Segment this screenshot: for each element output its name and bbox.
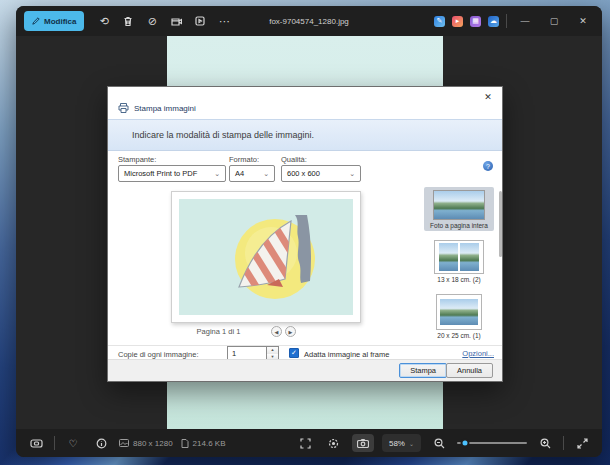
fit-image-label: Adatta immagine al frame: [304, 350, 389, 359]
file-size: 214.6 KB: [181, 439, 226, 448]
layout-thumbnail: [433, 190, 485, 220]
clipchamp-app-icon[interactable]: ▸: [452, 16, 463, 27]
printer-label: Stampante:: [118, 155, 156, 164]
dialog-close-icon[interactable]: ✕: [480, 90, 496, 104]
print-button[interactable]: Stampa: [399, 363, 447, 378]
maximize-button[interactable]: ▢: [543, 11, 565, 31]
page-status: Pagina 1 di 1: [171, 327, 266, 336]
statusbar-separator: [54, 436, 55, 450]
more-options-icon[interactable]: ⋯: [212, 11, 236, 31]
chevron-down-icon: ⌄: [214, 170, 220, 178]
gallery-app-icon[interactable]: ▦: [470, 16, 481, 27]
dimensions-value: 880 x 1280: [133, 439, 173, 448]
next-page-icon[interactable]: ▶: [285, 326, 296, 337]
titlebar-separator: [506, 14, 507, 28]
rotate-icon[interactable]: ⟲: [92, 11, 116, 31]
layout-label: Foto a pagina intera: [430, 222, 488, 229]
dialog-banner: Indicare la modalità di stampa delle imm…: [108, 119, 502, 151]
layout-option-20x25[interactable]: 20 x 25 cm. (1): [424, 291, 494, 341]
zoom-in-icon[interactable]: [535, 434, 555, 452]
quality-label: Qualità:: [281, 155, 307, 164]
chevron-down-icon: ⌄: [409, 440, 414, 447]
layout-label: 20 x 25 cm. (1): [437, 332, 480, 339]
layout-thumbnail: [434, 240, 484, 274]
file-icon: [181, 439, 189, 448]
copies-label: Copie di ogni immagine:: [118, 350, 198, 359]
quality-value: 600 x 600: [287, 169, 320, 178]
minimize-button[interactable]: —: [514, 11, 536, 31]
dialog-footer: Stampa Annulla: [108, 359, 502, 381]
zoom-out-icon[interactable]: [429, 434, 449, 452]
layout-thumbnail: [436, 294, 482, 330]
print-preview-image: [179, 199, 353, 315]
banner-text: Indicare la modalità di stampa delle imm…: [132, 130, 314, 140]
app-titlebar: Modifica ⟲ ⊘ ⋯ fox-9704574_1280.jpg ✎ ▸ …: [16, 6, 602, 36]
visual-search-icon[interactable]: [352, 434, 374, 452]
favorite-heart-icon[interactable]: ♡: [63, 434, 83, 452]
layout-option-13x18[interactable]: 13 x 18 cm. (2): [424, 237, 494, 285]
enhance-icon[interactable]: [164, 11, 188, 31]
edit-button-label: Modifica: [44, 17, 76, 26]
delete-icon[interactable]: [116, 11, 140, 31]
zoom-level-dropdown[interactable]: 58% ⌄: [382, 434, 421, 452]
previous-page-icon[interactable]: ◀: [271, 326, 282, 337]
format-label: Formato:: [229, 155, 259, 164]
close-button[interactable]: ✕: [572, 11, 594, 31]
image-dimensions: 880 x 1280: [119, 439, 173, 448]
chevron-down-icon: ⌄: [349, 170, 355, 178]
actual-size-icon[interactable]: [324, 434, 344, 452]
printer-icon: [118, 103, 129, 113]
print-preview-page: [171, 191, 361, 323]
zoom-slider[interactable]: [457, 442, 527, 444]
printer-value: Microsoft Print to PDF: [124, 169, 197, 178]
chevron-down-icon: ⌄: [263, 170, 269, 178]
cancel-button[interactable]: Annulla: [446, 363, 493, 378]
layout-sidebar: Foto a pagina intera 13 x 18 cm. (2) 20 …: [414, 187, 502, 345]
zoom-to-fit-icon[interactable]: [296, 434, 316, 452]
layout-label: 13 x 18 cm. (2): [437, 276, 480, 283]
sidebar-scrollbar[interactable]: [499, 191, 502, 257]
dialog-title-row: Stampa immagini: [118, 103, 196, 113]
options-link[interactable]: Opzioni...: [462, 349, 494, 358]
quality-dropdown[interactable]: 600 x 600 ⌄: [281, 165, 361, 182]
designer-app-icon[interactable]: ✎: [434, 16, 445, 27]
format-value: A4: [235, 169, 244, 178]
filmstrip-toggle-icon[interactable]: [26, 434, 46, 452]
dialog-title: Stampa immagini: [134, 104, 196, 113]
printer-dropdown[interactable]: Microsoft Print to PDF ⌄: [118, 165, 226, 182]
zoom-level-value: 58%: [389, 439, 405, 448]
info-icon[interactable]: [91, 434, 111, 452]
status-bar: ♡ 880 x 1280 214.6 KB 58% ⌄: [16, 429, 602, 457]
fullscreen-icon[interactable]: [572, 434, 592, 452]
add-to-album-icon[interactable]: [188, 11, 212, 31]
print-dialog: ✕ Stampa immagini Indicare la modalità d…: [107, 86, 503, 382]
pencil-icon: [32, 17, 40, 25]
edit-button[interactable]: Modifica: [24, 11, 84, 31]
zoom-slider-thumb[interactable]: [461, 439, 470, 448]
format-dropdown[interactable]: A4 ⌄: [229, 165, 275, 182]
filesize-value: 214.6 KB: [193, 439, 226, 448]
fit-image-checkbox[interactable]: ✓: [289, 348, 299, 358]
layout-option-full-page[interactable]: Foto a pagina intera: [424, 187, 494, 231]
help-icon[interactable]: ?: [483, 161, 493, 171]
statusbar-separator: [563, 436, 564, 450]
onedrive-icon[interactable]: ☁: [488, 16, 499, 27]
dialog-separator: [108, 345, 502, 346]
hide-icon[interactable]: ⊘: [140, 11, 164, 31]
image-icon: [119, 439, 129, 447]
